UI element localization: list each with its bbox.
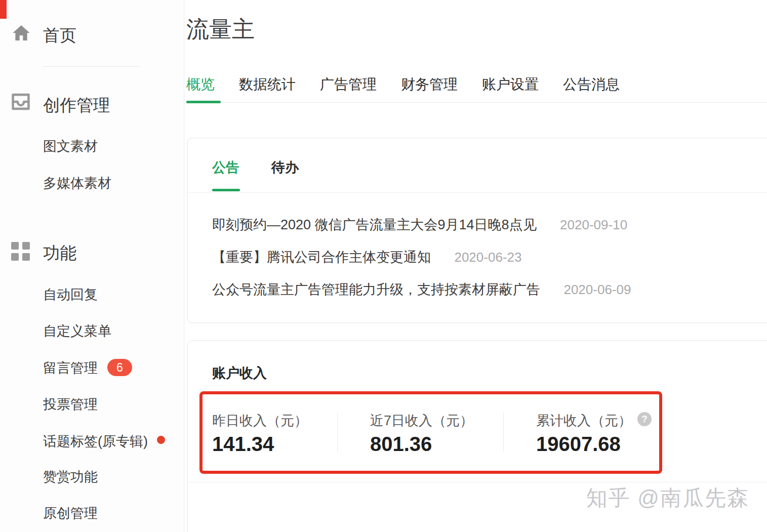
sidebar-item-auto-reply[interactable]: 自动回复 [43,285,98,304]
income-card-divider [188,482,767,482]
stat-separator [337,413,338,452]
sidebar-item-comment-management[interactable]: 留言管理 [43,359,98,377]
sidebar-item-topic-tags[interactable]: 话题标签(原专辑) [43,432,148,451]
sidebar-divider [43,66,140,67]
corner-red-mark [0,0,7,19]
sidebar-section-features[interactable]: 功能 [43,242,76,265]
tab-statistics[interactable]: 数据统计 [239,75,296,94]
tab-announcements[interactable]: 公告 [212,158,239,177]
stat-label-total: 累计收入（元） [536,412,632,430]
sidebar-item-home[interactable]: 首页 [43,24,76,47]
sidebar-item-article-material[interactable]: 图文素材 [43,137,98,155]
stat-separator [503,413,504,452]
comment-count-badge[interactable]: 6 [107,359,132,376]
announcement-row[interactable]: 即刻预约—2020 微信广告流量主大会9月14日晚8点见 2020-09-10 [212,216,627,234]
tab-announcement-news[interactable]: 公告消息 [563,75,620,94]
tab-todo[interactable]: 待办 [271,158,299,177]
announcement-title[interactable]: 公众号流量主广告管理能力升级，支持按素材屏蔽广告 [212,282,540,297]
stat-value-yesterday: 141.34 [212,433,274,456]
stat-label-yesterday: 昨日收入（元） [212,412,308,430]
stat-value-last7days: 801.36 [370,433,432,456]
sidebar-item-media-material[interactable]: 多媒体素材 [43,174,111,192]
home-icon [11,22,31,44]
announcements-tab-underline [212,189,240,191]
announcement-title[interactable]: 即刻预约—2020 微信广告流量主大会9月14日晚8点见 [212,217,537,232]
announcement-date: 2020-06-23 [454,250,521,265]
sidebar: 首页 创作管理 图文素材 多媒体素材 功能 自动回复 自定义菜单 留言管理 6 … [0,0,184,532]
stat-label-last7days: 近7日收入（元） [370,412,473,430]
announcement-title[interactable]: 【重要】腾讯公司合作主体变更通知 [212,250,431,265]
tab-finance[interactable]: 财务管理 [401,75,458,94]
page-title: 流量主 [186,14,255,45]
income-card-title: 账户收入 [212,364,267,382]
question-mark-icon[interactable]: ? [637,412,652,426]
watermark: 知乎 @南瓜先森 [586,484,749,512]
sidebar-item-original-management[interactable]: 原创管理 [43,504,98,522]
tab-ad-management[interactable]: 广告管理 [320,75,377,94]
announcements-card: 公告 待办 即刻预约—2020 微信广告流量主大会9月14日晚8点见 2020-… [187,138,767,323]
sidebar-item-appreciation[interactable]: 赞赏功能 [43,468,98,486]
sidebar-item-vote-management[interactable]: 投票管理 [43,395,98,414]
tab-account-settings[interactable]: 账户设置 [482,75,539,94]
announcements-divider [188,192,767,193]
tab-overview[interactable]: 概览 [186,75,215,94]
sidebar-item-custom-menu[interactable]: 自定义菜单 [43,322,111,340]
sidebar-section-creation[interactable]: 创作管理 [43,94,110,117]
stat-value-total: 19607.68 [536,433,621,456]
main-tabs: 概览 数据统计 广告管理 财务管理 账户设置 公告消息 [186,75,620,94]
new-feature-dot [157,436,165,444]
inbox-icon [11,93,30,110]
announcement-date: 2020-06-09 [563,282,631,297]
active-tab-underline [186,101,221,103]
announcement-row[interactable]: 【重要】腾讯公司合作主体变更通知 2020-06-23 [212,248,521,266]
wechat-mp-traffic-page: 首页 创作管理 图文素材 多媒体素材 功能 自动回复 自定义菜单 留言管理 6 … [0,0,767,532]
grid-icon [11,242,30,261]
announcement-date: 2020-09-10 [560,217,627,232]
announcement-row[interactable]: 公众号流量主广告管理能力升级，支持按素材屏蔽广告 2020-06-09 [212,280,631,299]
tabs-baseline [186,102,767,103]
